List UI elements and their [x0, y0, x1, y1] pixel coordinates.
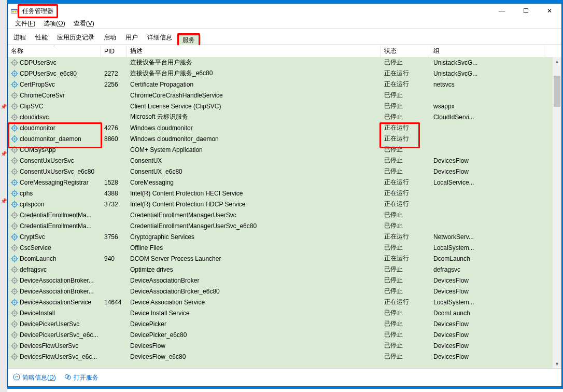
table-row[interactable]: cloudmonitor4276Windows cloudmonitor正在运行: [8, 122, 553, 133]
svc-name: DcomLaunch: [20, 255, 57, 262]
table-header: 名称ˆ PID 描述 状态 组: [8, 45, 561, 58]
table-row[interactable]: DevicesFlowUserSvcDevicesFlow已停止DevicesF…: [8, 340, 553, 351]
table-row[interactable]: DevicePickerUserSvcDevicePicker已停止Device…: [8, 318, 553, 329]
svc-group: NetworkServ...: [430, 233, 544, 241]
menu-f[interactable]: 文件(F): [11, 19, 39, 29]
tab-性能[interactable]: 性能: [31, 30, 52, 45]
col-name[interactable]: 名称ˆ: [8, 45, 101, 57]
titlebar[interactable]: 任务管理器 — ☐ ✕: [8, 4, 561, 18]
table-row[interactable]: DeviceAssociationBroker...DeviceAssociat…: [8, 275, 553, 286]
table-row[interactable]: defragsvcOptimize drives已停止defragsvc: [8, 264, 553, 275]
table-row[interactable]: CertPropSvc2256Certificate Propagation正在…: [8, 79, 553, 90]
tab-应用历史记录[interactable]: 应用历史记录: [52, 30, 99, 45]
tab-启动[interactable]: 启动: [99, 30, 121, 45]
svc-state: 已停止: [381, 276, 430, 285]
svg-rect-2: [12, 11, 13, 12]
table-row[interactable]: cplspcon3732Intel(R) Content Protection …: [8, 199, 553, 209]
table-row[interactable]: ConsentUxUserSvc_e6c80ConsentUX_e6c80已停止…: [8, 166, 553, 177]
menu-v[interactable]: 查看(V): [69, 19, 98, 29]
svg-point-174: [67, 375, 71, 379]
col-group[interactable]: 组: [430, 45, 544, 57]
task-manager-window: 任务管理器 — ☐ ✕ 文件(F)选项(O)查看(V) 进程性能应用历史记录启动…: [7, 3, 562, 387]
svc-group: UnistackSvcG...: [430, 70, 544, 77]
svc-state: 已停止: [381, 145, 430, 154]
svc-state: 已停止: [381, 330, 430, 339]
table-row[interactable]: cloudmonitor_daemon8860Windows cloudmoni…: [8, 133, 553, 144]
table-row[interactable]: cphs4388Intel(R) Content Protection HECI…: [8, 188, 553, 199]
table-row[interactable]: DeviceAssociationBroker...DeviceAssociat…: [8, 286, 553, 297]
svc-desc: DevicesFlow_e6c80: [127, 353, 381, 360]
table-body[interactable]: CDPUserSvc连接设备平台用户服务已停止UnistackSvcG...CD…: [8, 57, 553, 368]
open-services-link[interactable]: 打开服务: [64, 373, 98, 382]
col-state[interactable]: 状态: [381, 45, 430, 57]
table-row[interactable]: COMSysAppCOM+ System Application已停止: [8, 144, 553, 155]
svg-point-11: [13, 73, 16, 75]
tab-详细信息[interactable]: 详细信息: [143, 30, 177, 45]
scroll-thumb[interactable]: [554, 76, 560, 107]
svc-group: CloudIdServi...: [430, 114, 544, 121]
table-row[interactable]: CscServiceOffline Files已停止LocalSystem...: [8, 242, 553, 253]
fewer-details-link[interactable]: 简略信息(D): [13, 373, 56, 382]
svc-desc: COM+ System Application: [127, 146, 381, 153]
svg-point-77: [13, 192, 16, 194]
table-row[interactable]: ChromeCoreSvrChromeCoreCrashHandleServic…: [8, 90, 553, 101]
table-row[interactable]: CredentialEnrollmentMa...CredentialEnrol…: [8, 209, 553, 220]
svc-desc: DCOM Server Process Launcher: [127, 255, 381, 262]
col-desc[interactable]: 描述: [127, 45, 381, 57]
gear-icon: [11, 201, 18, 208]
svc-state: 正在运行: [381, 200, 430, 208]
svg-point-17: [13, 83, 16, 86]
table-row[interactable]: CoreMessagingRegistrar1528CoreMessaging正…: [8, 177, 553, 188]
gear-icon: [11, 146, 18, 153]
scroll-down-icon[interactable]: ▼: [553, 359, 561, 368]
table-row[interactable]: DcomLaunch940DCOM Server Process Launche…: [8, 253, 553, 264]
maximize-button[interactable]: ☐: [514, 4, 538, 18]
svc-name: CertPropSvc: [20, 81, 55, 88]
table-row[interactable]: CDPUserSvc_e6c802272连接设备平台用户服务_e6c80正在运行…: [8, 68, 553, 79]
table-row[interactable]: CredentialEnrollmentMa...CredentialEnrol…: [8, 220, 553, 231]
gear-icon: [11, 310, 18, 317]
table-row[interactable]: ConsentUxUserSvcConsentUX已停止DevicesFlow: [8, 155, 553, 166]
svc-desc: DevicePicker: [127, 320, 381, 328]
table-row[interactable]: DeviceInstallDevice Install Service已停止Dc…: [8, 307, 553, 318]
app-icon: [11, 8, 18, 15]
table-row[interactable]: CryptSvc3756Cryptographic Services正在运行Ne…: [8, 231, 553, 242]
svc-desc: ConsentUX_e6c80: [127, 168, 381, 175]
table-row[interactable]: CDPUserSvc连接设备平台用户服务已停止UnistackSvcG...: [8, 57, 553, 68]
gear-icon: [11, 222, 18, 230]
svc-group: LocalSystem...: [430, 299, 544, 306]
svc-name: cloudidsvc: [20, 114, 49, 121]
svc-name: CoreMessagingRegistrar: [20, 179, 89, 186]
svg-point-173: [65, 374, 68, 378]
table-row[interactable]: DevicePickerUserSvc_e6c...DevicePicker_e…: [8, 329, 553, 340]
svc-pid: 3756: [101, 233, 127, 241]
footer: 简略信息(D) 打开服务: [8, 368, 561, 386]
svc-name: CredentialEnrollmentMa...: [20, 212, 92, 219]
table-row[interactable]: cloudidsvcMicrosoft 云标识服务已停止CloudIdServi…: [8, 111, 553, 122]
tab-进程[interactable]: 进程: [9, 30, 31, 45]
svc-pid: 3732: [101, 201, 127, 208]
table-row[interactable]: DeviceAssociationService14644Device Asso…: [8, 297, 553, 307]
svc-name: ChromeCoreSvr: [20, 92, 65, 99]
svc-group: DcomLaunch: [430, 310, 544, 317]
menu-o[interactable]: 选项(O): [39, 19, 69, 29]
svg-point-41: [13, 127, 16, 129]
vertical-scrollbar[interactable]: ▲ ▼: [553, 57, 561, 368]
gear-icon: [11, 70, 18, 77]
tab-用户[interactable]: 用户: [121, 30, 143, 45]
tab-服务[interactable]: 服务: [177, 35, 201, 45]
minimize-button[interactable]: —: [490, 4, 514, 18]
table-row[interactable]: DevicesFlowUserSvc_e6c...DevicesFlow_e6c…: [8, 351, 553, 362]
scroll-up-icon[interactable]: ▲: [553, 57, 561, 66]
svc-group: DevicesFlow: [430, 320, 544, 328]
gear-icon: [11, 288, 18, 295]
table-row[interactable]: ClipSVCClient License Service (ClipSVC)已…: [8, 101, 553, 111]
svg-point-167: [13, 356, 16, 358]
svc-name: defragsvc: [20, 266, 47, 273]
close-button[interactable]: ✕: [538, 4, 561, 18]
svc-name: cloudmonitor: [20, 124, 55, 132]
svg-point-83: [13, 203, 16, 205]
svg-point-107: [13, 247, 16, 249]
gear-icon: [11, 320, 18, 328]
col-pid[interactable]: PID: [101, 45, 127, 57]
